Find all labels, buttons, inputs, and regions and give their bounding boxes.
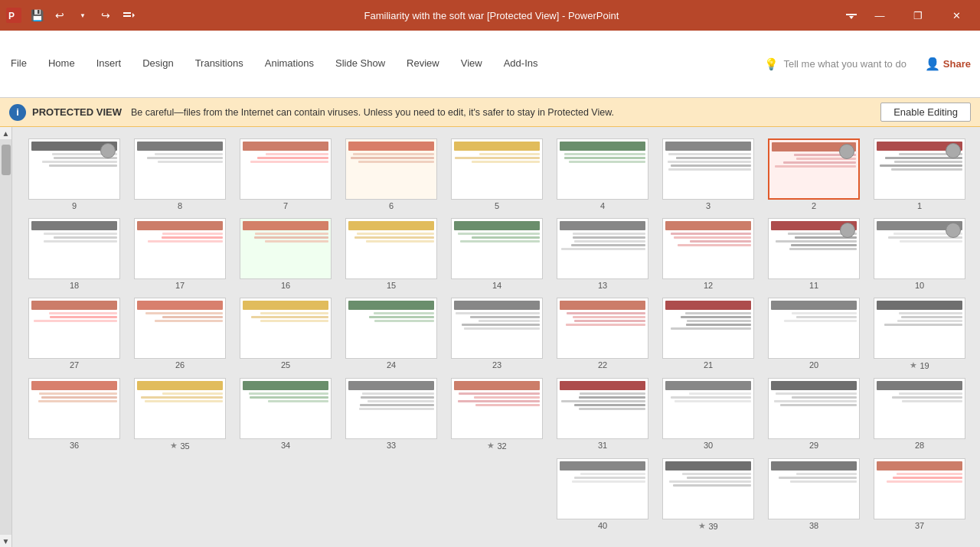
slide-item-40[interactable]: 40 bbox=[554, 458, 652, 531]
slide-item-9[interactable]: 9 bbox=[25, 138, 123, 210]
tell-me-input[interactable]: 💡 Tell me what you want to do bbox=[755, 31, 915, 97]
slide-thumb-31[interactable] bbox=[557, 378, 648, 439]
slide-item-26[interactable]: 26 bbox=[131, 298, 229, 370]
slide-item-5[interactable]: 5 bbox=[448, 138, 546, 210]
slide-thumb-26[interactable] bbox=[134, 298, 226, 359]
slide-thumb-4[interactable] bbox=[557, 138, 648, 200]
tab-addins[interactable]: Add-Ins bbox=[493, 31, 549, 97]
slide-thumb-30[interactable] bbox=[662, 378, 754, 439]
slide-item-29[interactable]: 29 bbox=[765, 378, 863, 451]
slide-item-15[interactable]: 15 bbox=[342, 218, 440, 290]
slide-thumb-21[interactable] bbox=[662, 298, 754, 359]
slide-thumb-27[interactable] bbox=[28, 298, 120, 359]
slide-item-35[interactable]: ★35 bbox=[131, 378, 229, 451]
tab-home[interactable]: Home bbox=[38, 31, 86, 97]
slide-item-14[interactable]: 14 bbox=[448, 218, 546, 290]
slide-thumb-9[interactable] bbox=[28, 138, 120, 200]
slide-item-10[interactable]: 10 bbox=[871, 218, 969, 290]
slide-thumb-2[interactable] bbox=[768, 138, 860, 200]
slide-thumb-28[interactable] bbox=[874, 378, 965, 439]
scroll-up-arrow[interactable]: ▲ bbox=[0, 127, 12, 139]
enable-editing-button[interactable]: Enable Editing bbox=[880, 103, 971, 122]
slide-thumb-17[interactable] bbox=[134, 218, 226, 279]
slide-item-37[interactable]: 37 bbox=[871, 458, 969, 531]
save-button[interactable]: 💾 bbox=[26, 5, 47, 26]
slide-thumb-11[interactable] bbox=[768, 218, 860, 279]
slide-item-16[interactable]: 16 bbox=[237, 218, 335, 290]
slide-thumb-40[interactable] bbox=[557, 458, 648, 519]
slide-thumb-3[interactable] bbox=[662, 138, 754, 200]
slide-thumb-25[interactable] bbox=[240, 298, 332, 359]
slide-thumb-22[interactable] bbox=[557, 298, 648, 359]
slide-thumb-13[interactable] bbox=[557, 218, 648, 279]
slide-thumb-19[interactable] bbox=[874, 298, 965, 359]
tab-insert[interactable]: Insert bbox=[86, 31, 132, 97]
slide-thumb-14[interactable] bbox=[451, 218, 543, 279]
undo-button[interactable]: ↩ bbox=[49, 5, 70, 26]
slide-thumb-15[interactable] bbox=[345, 218, 437, 279]
scroll-track[interactable] bbox=[0, 139, 11, 535]
tab-design[interactable]: Design bbox=[132, 31, 184, 97]
slide-thumb-5[interactable] bbox=[451, 138, 543, 200]
slide-thumb-38[interactable] bbox=[768, 458, 860, 519]
tab-slideshow[interactable]: Slide Show bbox=[325, 31, 396, 97]
slide-thumb-36[interactable] bbox=[28, 378, 120, 439]
slide-item-25[interactable]: 25 bbox=[237, 298, 335, 370]
slide-thumb-37[interactable] bbox=[874, 458, 965, 519]
slide-item-39[interactable]: ★39 bbox=[659, 458, 757, 531]
slide-item-36[interactable]: 36 bbox=[25, 378, 123, 451]
slide-item-33[interactable]: 33 bbox=[342, 378, 440, 451]
slide-item-6[interactable]: 6 bbox=[342, 138, 440, 210]
slide-item-21[interactable]: 21 bbox=[659, 298, 757, 370]
slide-item-7[interactable]: 7 bbox=[237, 138, 335, 210]
slide-item-22[interactable]: 22 bbox=[554, 298, 652, 370]
slide-item-27[interactable]: 27 bbox=[25, 298, 123, 370]
undo-dropdown-button[interactable]: ▼ bbox=[72, 5, 93, 26]
tab-transitions[interactable]: Transitions bbox=[185, 31, 254, 97]
slide-item-34[interactable]: 34 bbox=[237, 378, 335, 451]
slide-item-17[interactable]: 17 bbox=[131, 218, 229, 290]
slide-item-1[interactable]: 1 bbox=[871, 138, 969, 210]
slide-item-11[interactable]: 11 bbox=[765, 218, 863, 290]
restore-button[interactable]: ❐ bbox=[900, 0, 936, 31]
tab-file[interactable]: File bbox=[0, 31, 38, 97]
slide-item-20[interactable]: 20 bbox=[765, 298, 863, 370]
slide-item-30[interactable]: 30 bbox=[659, 378, 757, 451]
slide-item-12[interactable]: 12 bbox=[659, 218, 757, 290]
slide-thumb-16[interactable] bbox=[240, 218, 332, 279]
slide-thumb-34[interactable] bbox=[240, 378, 332, 439]
scroll-down-arrow[interactable]: ▼ bbox=[0, 535, 12, 547]
share-button[interactable]: 👤 Share bbox=[916, 31, 980, 97]
slide-thumb-23[interactable] bbox=[451, 298, 543, 359]
close-button[interactable]: ✕ bbox=[939, 0, 974, 31]
slide-item-3[interactable]: 3 bbox=[659, 138, 757, 210]
tab-view[interactable]: View bbox=[450, 31, 493, 97]
slide-item-2[interactable]: 2 bbox=[765, 138, 863, 210]
vertical-scrollbar[interactable]: ▲ ▼ bbox=[0, 127, 12, 547]
tab-animations[interactable]: Animations bbox=[254, 31, 325, 97]
slide-item-38[interactable]: 38 bbox=[765, 458, 863, 531]
slide-item-4[interactable]: 4 bbox=[554, 138, 652, 210]
redo-button[interactable]: ↪ bbox=[95, 5, 116, 26]
slide-thumb-35[interactable] bbox=[134, 378, 226, 439]
slide-thumb-7[interactable] bbox=[240, 138, 332, 200]
customize-qat-button[interactable] bbox=[118, 5, 139, 26]
slide-thumb-10[interactable] bbox=[874, 218, 965, 279]
slide-item-18[interactable]: 18 bbox=[25, 218, 123, 290]
slide-thumb-8[interactable] bbox=[134, 138, 226, 200]
slide-thumb-1[interactable] bbox=[874, 138, 965, 200]
ribbon-collapse-icon[interactable] bbox=[844, 8, 859, 23]
slide-item-23[interactable]: 23 bbox=[448, 298, 546, 370]
slide-item-13[interactable]: 13 bbox=[554, 218, 652, 290]
slide-thumb-6[interactable] bbox=[345, 138, 437, 200]
slide-thumb-24[interactable] bbox=[345, 298, 437, 359]
slide-thumb-39[interactable] bbox=[662, 458, 754, 519]
slide-item-8[interactable]: 8 bbox=[131, 138, 229, 210]
slide-thumb-20[interactable] bbox=[768, 298, 860, 359]
slide-thumb-32[interactable] bbox=[451, 378, 543, 439]
slide-item-31[interactable]: 31 bbox=[554, 378, 652, 451]
minimize-button[interactable]: — bbox=[862, 0, 897, 31]
slide-thumb-29[interactable] bbox=[768, 378, 860, 439]
slide-thumb-18[interactable] bbox=[28, 218, 120, 279]
slide-item-19[interactable]: ★19 bbox=[871, 298, 969, 370]
